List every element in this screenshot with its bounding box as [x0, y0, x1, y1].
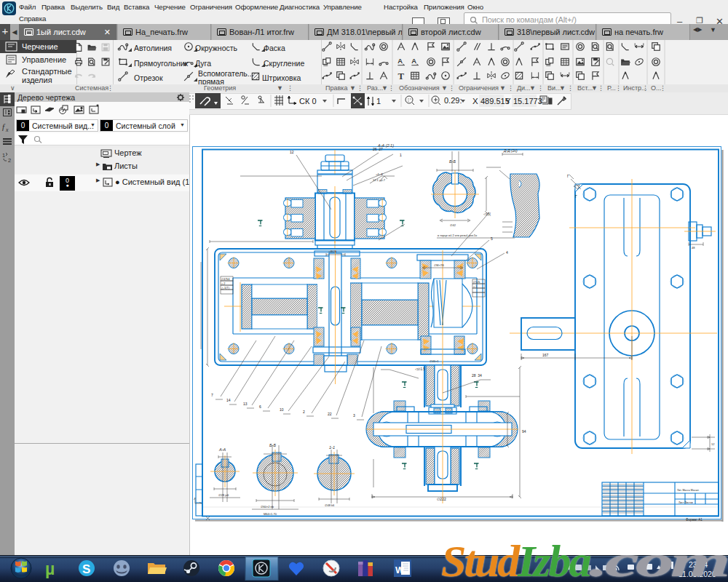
- svg-text:+.2: +.2: [221, 282, 225, 285]
- svg-text:22: 22: [328, 412, 332, 416]
- svg-text:+4+Ф: +4+Ф: [376, 172, 383, 176]
- svg-text:12: 12: [711, 442, 715, 446]
- svg-text:+4Б2Б: +4Б2Б: [328, 250, 337, 253]
- svg-text:6: 6: [259, 404, 261, 409]
- svg-text:Г: Г: [567, 174, 569, 178]
- svg-text:∅28 js6: ∅28 js6: [218, 493, 229, 497]
- svg-text:А-А (2:1): А-А (2:1): [377, 143, 394, 148]
- svg-text:1: 1: [400, 153, 402, 157]
- svg-text:26 27: 26 27: [373, 147, 383, 151]
- svg-text:△.1(Т): △.1(Т): [221, 287, 230, 290]
- svg-text:28 34: 28 34: [472, 373, 482, 378]
- svg-text:в торце вб 2 отв резьб рез.5х: в торце вб 2 отв резьб рез.5х: [438, 234, 477, 237]
- svg-text:Г: Г: [575, 194, 577, 199]
- svg-text:∅48 k6: ∅48 k6: [325, 503, 335, 507]
- svg-text:+.1: +.1: [473, 285, 477, 288]
- svg-text:∅60×2 nb: ∅60×2 nb: [261, 505, 274, 509]
- svg-text:◁∅1.5: ◁∅1.5: [415, 367, 425, 371]
- svg-text:14: 14: [226, 398, 231, 402]
- svg-text:∅46×1: ∅46×1: [430, 359, 439, 363]
- svg-text:2: 2: [303, 410, 305, 414]
- svg-text:13: 13: [243, 402, 248, 406]
- svg-text:167: 167: [542, 353, 549, 357]
- svg-text:1-1: 1-1: [329, 445, 335, 450]
- svg-text:94: 94: [522, 429, 526, 434]
- svg-text:12: 12: [290, 150, 294, 154]
- svg-text:∅М×7/6: ∅М×7/6: [434, 264, 444, 267]
- svg-text:Лист Листов: Лист Листов: [678, 501, 693, 504]
- svg-text:∅222: ∅222: [437, 497, 446, 501]
- svg-text:4: 4: [506, 250, 508, 255]
- svg-text:Формат A1: Формат A1: [686, 518, 703, 522]
- svg-text:10: 10: [280, 407, 284, 412]
- svg-text:Б-Б: Б-Б: [269, 443, 276, 447]
- svg-text:∅52k: ∅52k: [473, 281, 480, 284]
- svg-text:3: 3: [353, 413, 355, 418]
- svg-text:Лит. Масса Масшт.: Лит. Масса Масшт.: [677, 489, 699, 492]
- svg-text:48: 48: [692, 246, 695, 250]
- svg-text:5: 5: [491, 236, 493, 241]
- svg-text:7: 7: [211, 393, 213, 397]
- svg-text:∅47k6: ∅47k6: [221, 278, 230, 281]
- svg-text:А-А: А-А: [218, 447, 226, 452]
- svg-text:◁15(: ◁15(: [483, 212, 491, 216]
- svg-text:∅42: ∅42: [450, 223, 456, 227]
- svg-text:M64×1.70: M64×1.70: [264, 512, 277, 516]
- svg-text:Б-Б: Б-Б: [449, 159, 456, 164]
- svg-text:Д-Д (2с): Д-Д (2с): [503, 148, 518, 153]
- svg-text:12.1 д6-7: 12.1 д6-7: [373, 178, 386, 182]
